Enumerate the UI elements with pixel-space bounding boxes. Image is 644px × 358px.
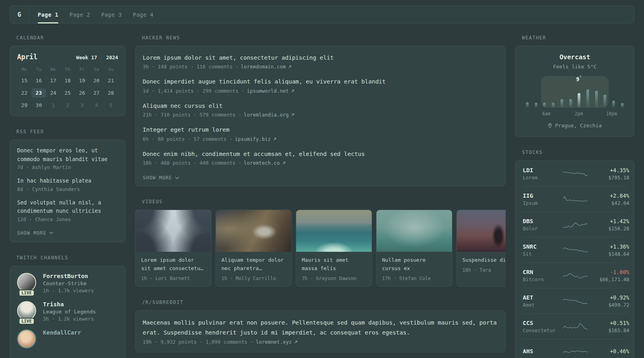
hn-show-more-button[interactable]: SHOW MORE (143, 175, 179, 181)
dashboard-columns: CALENDAR April Week 17 · 2024 MoTuWeThFr… (10, 35, 634, 358)
calendar-day[interactable]: 28 (104, 88, 118, 97)
twitch-channel[interactable]: LIVE Trisha League of Legends 3h · 1.2k … (17, 301, 118, 322)
weather-bar (526, 102, 529, 108)
calendar-day[interactable]: 20 (89, 76, 103, 85)
stock-row[interactable]: AHS +0.46% (523, 339, 627, 358)
stock-name: Sit (523, 251, 563, 257)
rss-show-more-button[interactable]: SHOW MORE (17, 230, 54, 236)
calendar-day[interactable]: 27 (89, 88, 103, 97)
calendar-day[interactable]: 22 (17, 88, 31, 97)
hn-item-domain[interactable]: ipsumworld.net (247, 88, 289, 94)
hn-item[interactable]: Donec enim nibh, condimentum et accumsan… (143, 150, 498, 166)
reddit-post-domain[interactable]: loremnet.xyz (256, 339, 291, 345)
hn-item-domain[interactable]: loremdomain.com (241, 64, 286, 70)
rss-section-title: RSS FEED (16, 129, 126, 134)
rss-item[interactable]: Donec tempor eros leo, ut commodo mauris… (17, 146, 118, 170)
tab-page-3[interactable]: Page 3 (101, 6, 122, 23)
calendar-day[interactable]: 24 (46, 88, 60, 97)
hn-item-domain[interactable]: ipsumify.biz (235, 136, 271, 142)
calendar-day[interactable]: 18 (60, 76, 75, 85)
video-title: Aliquam tempor dolor nec pharetra… (221, 256, 286, 273)
rss-item-meta: 12d · Chance Jones (17, 216, 118, 222)
channel-info: KendallCarr (43, 329, 81, 348)
stock-change: +1.42% (588, 218, 629, 224)
hn-item-domain[interactable]: loremlandia.org (244, 112, 289, 118)
calendar-weekday: We (46, 67, 60, 73)
stock-name: Ipsum (523, 200, 563, 206)
weather-location-text: Prague, Czechia (555, 123, 601, 128)
stock-symbol: LDI (523, 167, 563, 173)
external-link-icon (282, 161, 286, 165)
stock-symbol: DBS (523, 218, 563, 224)
stock-row[interactable]: CCS Consectetur +0.51% $165.84 (523, 313, 627, 339)
external-link-icon (273, 137, 277, 141)
calendar-day[interactable]: 21 (104, 76, 118, 85)
stock-change: -1.00% (588, 269, 629, 275)
dashboard-page: G Page 1 Page 2 Page 3 Page 4 CALENDAR A… (0, 0, 644, 358)
hn-item-stats: 21h · 710 points · 579 comments · (143, 112, 241, 118)
hn-item[interactable]: Lorem ipsum dolor sit amet, consectetur … (143, 53, 498, 70)
subreddit-section-title: /R/SUBREDDIT (142, 300, 506, 305)
video-thumbnail (136, 210, 211, 252)
video-info: Nullam posuere cursus ex 17h · Stefan Co… (376, 252, 452, 286)
tab-page-4[interactable]: Page 4 (133, 6, 153, 23)
stock-row[interactable]: SNRC Sit +1.36% $148.64 (523, 237, 627, 263)
video-card[interactable]: Suspendisse diam 18h · Tara (456, 210, 506, 287)
stock-row[interactable]: CRN Bitcorn -1.00% $66,171.48 (523, 263, 627, 288)
stock-sparkline (563, 346, 588, 358)
channel-name: KendallCarr (43, 329, 81, 336)
tab-page-1[interactable]: Page 1 (38, 6, 58, 23)
video-card[interactable]: Lorem ipsum dolor sit amet consectetu… 1… (135, 210, 211, 287)
external-link-icon (288, 65, 292, 68)
weather-feels-like: Feels like 5°C (523, 64, 627, 70)
calendar-day[interactable]: 19 (75, 76, 89, 85)
calendar-day[interactable]: 3 (75, 101, 89, 110)
calendar-day[interactable]: 16 (31, 76, 46, 85)
stock-change: +2.84% (588, 193, 629, 199)
stock-row[interactable]: DBS Dolor +1.42% $156.28 (523, 212, 627, 237)
calendar-day[interactable]: 25 (60, 88, 75, 97)
video-card[interactable]: Mauris sit amet massa felis 7h · Grayson… (296, 210, 372, 287)
stock-row[interactable]: AET Amet +0.92% $499.72 (523, 288, 627, 313)
calendar-day[interactable]: 2 (60, 101, 75, 110)
video-card[interactable]: Aliquam tempor dolor nec pharetra… 1h · … (215, 210, 292, 287)
calendar-weekday: Mo (17, 67, 31, 73)
weather-bar (569, 99, 572, 108)
stock-values: +1.36% $148.64 (588, 243, 629, 257)
reddit-post[interactable]: Maecenas mollis pulvinar erat non posuer… (143, 318, 498, 345)
video-meta: 1h · Lori Barnett (141, 276, 206, 281)
stock-row[interactable]: IIG Ipsum +2.84% $42.04 (523, 186, 627, 212)
calendar-day[interactable]: 5 (104, 101, 118, 110)
rss-item-title: Donec tempor eros leo, ut commodo mauris… (17, 146, 118, 163)
hn-item-meta: 6h · 60 points · 57 comments · ipsumify.… (143, 136, 498, 142)
stock-row[interactable]: LDI Lorem +4.35% $795.18 (523, 161, 627, 186)
weather-bar (535, 103, 537, 108)
hn-item-domain[interactable]: loremtech.co (244, 160, 279, 166)
calendar-day[interactable]: 15 (17, 76, 31, 85)
weather-bar (595, 91, 598, 108)
calendar-day[interactable]: 17 (46, 76, 60, 85)
weather-bar (621, 103, 624, 108)
hn-item[interactable]: Aliquam nec cursus elit 21h · 710 points… (143, 101, 498, 118)
hn-item-title: Donec imperdiet augue tincidunt felis al… (143, 77, 498, 86)
weather-hourly-chart: 9° 6am2pm10pm (526, 76, 624, 117)
calendar-day-selected[interactable]: 23 (31, 88, 46, 97)
calendar-day[interactable]: 4 (89, 101, 103, 110)
hn-item-meta: 16h · 468 points · 440 comments · loremt… (143, 160, 498, 166)
calendar-weekday: Su (104, 67, 118, 73)
rss-item[interactable]: In hac habitasse platea 8d · Cynthia Sau… (17, 177, 118, 192)
calendar-day[interactable]: 29 (17, 101, 31, 110)
calendar-day[interactable]: 26 (75, 88, 89, 97)
video-card[interactable]: Nullam posuere cursus ex 17h · Stefan Co… (376, 210, 452, 287)
hn-item[interactable]: Donec imperdiet augue tincidunt felis al… (143, 77, 498, 93)
twitch-channel[interactable]: LIVE ForrestBurton Counter-Strike 1h · 1… (17, 273, 118, 294)
hn-item[interactable]: Integer eget rutrum lorem 6h · 60 points… (143, 125, 498, 142)
twitch-channel[interactable]: KendallCarr (17, 329, 118, 348)
calendar-day[interactable]: 30 (31, 101, 46, 110)
hn-show-more-label: SHOW MORE (143, 175, 172, 181)
rss-item[interactable]: Sed volutpat nulla nisl, a condimentum n… (17, 198, 118, 222)
tab-page-2[interactable]: Page 2 (70, 6, 90, 23)
stock-id: CRN Bitcorn (523, 269, 563, 282)
calendar-day[interactable]: 1 (46, 101, 60, 110)
calendar-weekday: Sa (89, 67, 103, 73)
